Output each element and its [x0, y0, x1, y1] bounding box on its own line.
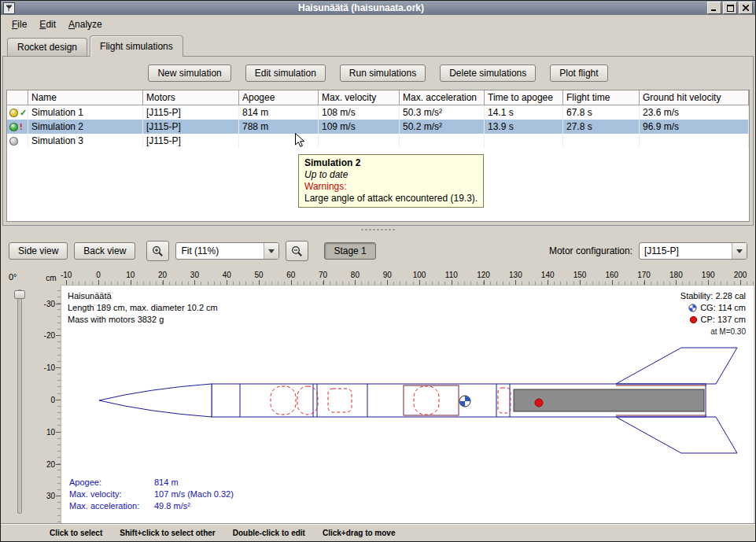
cell-apogee: 814 m	[239, 105, 319, 120]
column-header-max-velocity[interactable]: Max. velocity	[319, 90, 400, 105]
cell-ground-hit-velocity	[640, 134, 749, 148]
hint-shift-click-to-select-other: Shift+click to select other	[120, 529, 215, 537]
column-header-flight-time[interactable]: Flight time	[563, 90, 640, 105]
ruler-label: 110	[445, 271, 458, 279]
cg-marker	[459, 396, 470, 407]
ruler-label: -30	[44, 299, 55, 308]
menu-bar: FileEditAnalyze	[1, 15, 755, 34]
cell-max-velocity: 108 m/s	[319, 105, 400, 120]
cell-max-velocity: 109 m/s	[319, 120, 400, 134]
column-header-name[interactable]: Name	[28, 90, 143, 105]
tab-flight-simulations[interactable]: Flight simulations	[90, 35, 183, 57]
ruler-label: 140	[541, 271, 555, 279]
ruler-label: 60	[286, 271, 295, 279]
table-row-simulation-2[interactable]: !Simulation 2[J115-P]788 m109 m/s50.2 m/…	[7, 120, 749, 134]
app-window: Haisunäätä (haisunaata.ork) FileEditAnal…	[0, 0, 756, 542]
cell-name: Simulation 2	[28, 120, 143, 134]
stage-1-toggle[interactable]: Stage 1	[324, 242, 375, 260]
tooltip-title: Simulation 2	[304, 157, 478, 169]
table-body: ✓Simulation 1[J115-P]814 m108 m/s50.3 m/…	[7, 105, 749, 148]
cell-name: Simulation 1	[28, 105, 143, 120]
ruler-label: 130	[509, 271, 522, 279]
back-view-button[interactable]: Back view	[74, 242, 135, 260]
tab-rocket-design[interactable]: Rocket design	[7, 38, 87, 56]
ruler-label: 100	[413, 271, 426, 279]
maximize-button[interactable]	[723, 2, 737, 14]
zoom-level-select[interactable]: Fit (11%)	[175, 242, 279, 260]
window-title: Haisunäätä (haisunaata.ork)	[18, 2, 704, 13]
delete-simulations-button[interactable]: Delete simulations	[440, 65, 536, 82]
column-header-motors[interactable]: Motors	[143, 90, 239, 105]
ruler-unit-label: cm	[42, 269, 61, 285]
cp-marker	[535, 399, 543, 407]
ruler-label: 0	[96, 271, 101, 279]
table-header-row: NameMotorsApogeeMax. velocityMax. accele…	[7, 90, 749, 105]
column-header-status[interactable]	[7, 90, 28, 105]
ruler-label: 10	[126, 271, 135, 279]
ruler-label: 180	[669, 271, 683, 279]
column-header-ground-hit-velocity[interactable]: Ground hit velocity	[640, 90, 749, 105]
chevron-down-icon	[732, 243, 747, 259]
apogee-label: Apogee:	[69, 477, 154, 489]
motor-configuration-select[interactable]: [J115-P]	[639, 242, 747, 260]
menu-item-analyze[interactable]: Analyze	[62, 17, 109, 32]
rocket-mass: Mass with motors 3832 g	[68, 314, 218, 326]
zoom-in-button[interactable]	[146, 241, 169, 261]
ruler-label: 120	[477, 271, 490, 279]
minimize-button[interactable]	[707, 2, 721, 14]
stability-value: Stability: 2.28 cal	[680, 290, 746, 302]
max-velocity-label: Max. velocity:	[69, 489, 154, 500]
cell-apogee: 788 m	[239, 120, 319, 134]
run-simulations-button[interactable]: Run simulations	[340, 65, 426, 82]
column-header-apogee[interactable]: Apogee	[239, 90, 319, 105]
cell-motors: [J115-P]	[143, 105, 239, 120]
rotation-control: 0°	[2, 269, 42, 523]
rocket-name: Haisunäätä	[68, 290, 218, 302]
rocket-view-pane: Side view Back view Fit (11%)	[1, 233, 755, 523]
rotation-angle-label: 0°	[9, 272, 17, 282]
stability-block: Stability: 2.28 cal CG: 114 cm	[680, 290, 746, 337]
status-ball-icon	[9, 109, 18, 117]
table-row-simulation-1[interactable]: ✓Simulation 1[J115-P]814 m108 m/s50.3 m/…	[7, 105, 749, 120]
rotation-slider-track[interactable]	[17, 289, 22, 514]
figure-area: 0° cm -100102030405060708090100110120130…	[2, 269, 754, 523]
plot-flight-button[interactable]: Plot flight	[550, 65, 607, 82]
ruler-label: 150	[573, 271, 587, 279]
cell-motors: [J115-P]	[143, 120, 239, 134]
vertical-ruler: -30-20-100102030	[42, 285, 61, 523]
column-header-time-to-apogee[interactable]: Time to apogee	[485, 90, 563, 105]
cell-ground-hit-velocity: 23.6 m/s	[640, 105, 749, 120]
simulation-buttons: New simulationEdit simulationRun simulat…	[3, 65, 753, 82]
new-simulation-button[interactable]: New simulation	[148, 65, 230, 82]
simulation-status-cell	[7, 134, 28, 148]
rotation-slider-handle[interactable]	[14, 290, 25, 299]
motor-configuration-value: [J115-P]	[640, 243, 732, 259]
cell-max-acceleration: 50.2 m/s²	[400, 120, 485, 134]
cg-icon	[688, 304, 697, 312]
status-ball-icon	[9, 137, 18, 146]
split-pane-divider[interactable]	[1, 226, 755, 233]
side-view-button[interactable]: Side view	[9, 242, 68, 260]
simulation-tooltip: Simulation 2 Up to date Warnings: Large …	[298, 154, 484, 208]
hint-double-click-to-edit: Double-click to edit	[233, 529, 305, 537]
cg-value: CG: 114 cm	[700, 302, 746, 314]
table-row-simulation-3[interactable]: Simulation 3[J115-P]	[7, 134, 749, 148]
tooltip-status: Up to date	[304, 169, 478, 181]
menu-item-edit[interactable]: Edit	[33, 17, 62, 32]
window-titlebar: Haisunäätä (haisunaata.ork)	[1, 1, 755, 15]
horizontal-ruler: -100102030405060708090100110120130140150…	[61, 269, 754, 285]
menu-item-file[interactable]: File	[6, 17, 33, 32]
simulation-status-cell: !	[7, 120, 28, 134]
zoom-out-button[interactable]	[286, 241, 308, 261]
ruler-label: 90	[383, 271, 392, 279]
ruler-label: -10	[61, 271, 72, 279]
status-mark-icon: ✓	[20, 109, 27, 117]
rocket-canvas[interactable]: Haisunäätä Length 189 cm, max. diameter …	[61, 285, 754, 523]
ruler-label: 70	[319, 271, 327, 279]
close-button[interactable]	[739, 2, 753, 14]
status-bar: Click to selectShift+click to select oth…	[1, 523, 755, 541]
max-velocity-value: 107 m/s (Mach 0.32)	[154, 489, 234, 500]
column-header-max-acceleration[interactable]: Max. acceleration	[400, 90, 485, 105]
edit-simulation-button[interactable]: Edit simulation	[245, 65, 326, 82]
max-acceleration-label: Max. acceleration:	[69, 500, 154, 512]
